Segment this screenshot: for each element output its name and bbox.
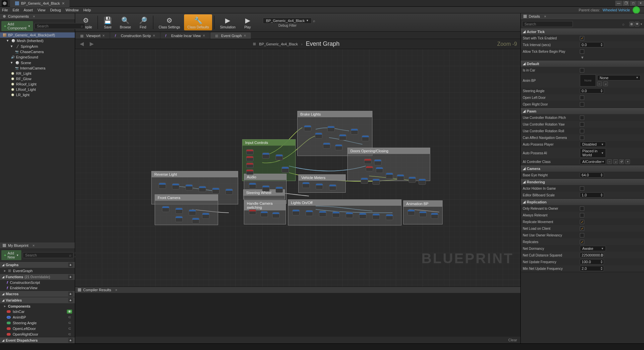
debug-filter-dropdown[interactable]: BP_Generic_4x4_Black ▼ [263, 18, 312, 24]
graph-node[interactable] [272, 212, 280, 218]
component-tree-item[interactable]: LRoof_Light [0, 87, 75, 92]
breadcrumb-root[interactable]: BP_Generic_4x4_Black [259, 42, 298, 46]
checkbox[interactable] [580, 226, 584, 231]
numeric-input[interactable]: 0.0 [580, 88, 604, 94]
checkbox[interactable] [580, 36, 584, 40]
property-action-button[interactable]: ⌕ [613, 159, 618, 164]
section-functions[interactable]: ◢ Functions (21 Overridable) + [0, 274, 75, 280]
variable-item[interactable]: Steering Angle⊂ [0, 320, 75, 326]
details-section-header[interactable]: ◢Default [521, 60, 644, 67]
save-button[interactable]: 💾Save [100, 14, 116, 30]
graph-node[interactable] [246, 149, 254, 155]
component-tree-item[interactable]: ▾Scene [0, 60, 75, 65]
checkbox[interactable] [580, 122, 584, 127]
graph-node[interactable] [316, 183, 323, 189]
asset-thumbnail[interactable]: None [580, 74, 596, 86]
section-dispatchers[interactable]: ◢ Event Dispatchers + [0, 337, 75, 343]
class-settings-button[interactable]: ⚙Class Settings [155, 14, 183, 30]
close-tab-icon[interactable]: × [103, 33, 105, 38]
graph-node[interactable] [282, 167, 289, 173]
graph-node[interactable] [159, 183, 166, 189]
graph-node[interactable] [359, 213, 366, 219]
minimize-button[interactable]: — [615, 1, 622, 6]
variable-item[interactable]: IsInCar👁 [0, 309, 75, 314]
numeric-input[interactable]: 225000000.0 [580, 252, 604, 258]
component-tree-item[interactable]: LR_light [0, 92, 75, 98]
menu-asset[interactable]: Asset [24, 8, 33, 12]
graph-node[interactable] [212, 188, 219, 194]
graph-node[interactable] [323, 143, 330, 149]
visibility-icon[interactable]: 👁 [67, 310, 72, 314]
numeric-input[interactable]: 1.0 [580, 192, 604, 198]
graph-node[interactable] [304, 125, 311, 131]
nav-forward-button[interactable]: ► [89, 40, 95, 48]
menu-edit[interactable]: Edit [13, 8, 19, 12]
component-tree-item[interactable]: ▾╱SpringArm [0, 43, 75, 49]
graph-node[interactable] [409, 177, 416, 183]
graph-node[interactable] [246, 163, 254, 168]
checkbox[interactable] [580, 240, 584, 244]
component-tree-item[interactable]: RF_Glow [0, 76, 75, 81]
variable-item[interactable]: OpenLeftDoor⊂ [0, 326, 75, 331]
asset-action-button[interactable]: ← [597, 81, 602, 86]
graph-node[interactable] [315, 133, 322, 139]
graph-node[interactable] [372, 179, 380, 185]
details-section-header[interactable]: ◢Camera [521, 165, 644, 172]
numeric-input[interactable]: 100.0 [580, 259, 604, 265]
panel-close-icon[interactable]: × [544, 14, 546, 18]
expand-advanced-icon[interactable]: ▼ [521, 55, 644, 60]
add-new-button[interactable]: + Add New ▼ [1, 250, 21, 260]
graph-node[interactable] [366, 166, 373, 171]
graph-node[interactable] [246, 156, 254, 161]
checkbox[interactable] [580, 233, 584, 237]
checkbox[interactable] [580, 68, 584, 72]
expand-icon[interactable]: ▾ [11, 44, 14, 48]
visibility-button[interactable]: 👁 [635, 22, 639, 26]
checkbox[interactable] [580, 213, 584, 217]
component-tree-item[interactable]: 📷InternalCamera [0, 65, 75, 71]
close-window-button[interactable]: × [637, 1, 644, 6]
checkbox[interactable] [580, 96, 584, 100]
visibility-icon[interactable]: ⊂ [67, 326, 72, 331]
graph-node[interactable] [376, 167, 383, 173]
graph-node[interactable] [262, 185, 270, 191]
graph-node[interactable] [189, 209, 196, 215]
numeric-input[interactable]: 0.0 [580, 42, 604, 47]
component-tree-item[interactable]: 📷ChaseCamera [0, 49, 75, 54]
component-tree-item[interactable]: RRoof_Light [0, 81, 75, 87]
graph-node[interactable] [329, 184, 336, 190]
variable-item[interactable]: OpenRightDoor⊂ [0, 331, 75, 337]
checkbox[interactable] [580, 220, 584, 224]
panel-close-icon[interactable]: × [115, 288, 117, 292]
viewport-tab[interactable]: ▦Viewport× [75, 32, 110, 39]
browse-button[interactable]: 🔍Browse [117, 14, 134, 30]
graph-node[interactable] [327, 126, 335, 132]
graph-node[interactable] [302, 182, 310, 188]
graph-node[interactable] [175, 216, 183, 222]
viewport-tab[interactable]: fConstruction Scrip× [110, 32, 160, 39]
checkbox[interactable] [580, 129, 584, 133]
title-tab[interactable]: BP_Generic_4x4_Black × [10, 0, 69, 7]
checkbox[interactable] [580, 49, 584, 54]
panel-close-icon[interactable]: × [32, 243, 34, 247]
find-button[interactable]: 🔎Find [135, 14, 151, 30]
menu-view[interactable]: View [37, 8, 45, 12]
graph-node[interactable] [351, 129, 358, 135]
property-matrix-button[interactable]: ⊞ [629, 22, 634, 26]
graph-node[interactable] [306, 210, 313, 216]
graph-node[interactable] [276, 154, 283, 160]
graph-comment[interactable]: Lights On/Off [288, 199, 401, 225]
viewport-tab[interactable]: fEnable Incar View× [161, 32, 210, 39]
add-variable-button[interactable]: + [68, 298, 73, 303]
clear-button[interactable]: Clear [75, 337, 520, 343]
visibility-icon[interactable]: ⊂ [67, 315, 72, 319]
property-action-button[interactable]: ↺ [619, 159, 624, 164]
close-tab-icon[interactable]: × [244, 33, 246, 38]
nav-back-button[interactable]: ◄ [78, 40, 85, 48]
dropdown[interactable]: Disabled▼ [580, 142, 606, 147]
checkbox[interactable] [580, 136, 584, 140]
close-tab-icon[interactable]: × [62, 1, 64, 6]
graph-node[interactable] [364, 159, 371, 164]
graph-node[interactable] [335, 144, 342, 150]
blueprint-search-input[interactable] [23, 252, 73, 258]
